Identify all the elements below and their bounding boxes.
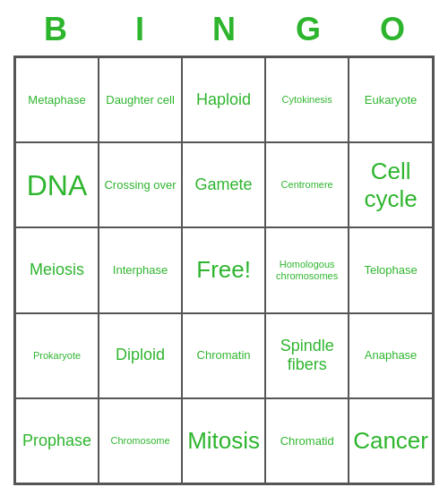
bingo-cell-15: Prokaryote: [15, 313, 99, 398]
bingo-cell-21: Chromosome: [99, 398, 182, 483]
bingo-grid: MetaphaseDaughter cellHaploidCytokinesis…: [13, 56, 435, 485]
bingo-cell-7: Gamete: [182, 142, 265, 227]
bingo-cell-2: Haploid: [182, 57, 265, 142]
bingo-cell-24: Cancer: [349, 398, 433, 483]
header-letter-g: G: [266, 7, 350, 52]
bingo-cell-13: Homologous chromosomes: [265, 227, 349, 312]
header-letter-o: O: [350, 7, 435, 52]
bingo-cell-19: Anaphase: [349, 313, 433, 398]
bingo-cell-9: Cell cycle: [349, 142, 433, 227]
header-letter-n: N: [182, 7, 266, 52]
bingo-cell-14: Telophase: [349, 227, 433, 312]
bingo-cell-0: Metaphase: [15, 57, 99, 142]
bingo-cell-1: Daughter cell: [99, 57, 182, 142]
bingo-header: BINGO: [13, 7, 435, 52]
bingo-cell-3: Cytokinesis: [265, 57, 349, 142]
bingo-cell-16: Diploid: [99, 313, 182, 398]
bingo-cell-20: Prophase: [15, 398, 99, 483]
header-letter-i: I: [98, 7, 182, 52]
bingo-cell-10: Meiosis: [15, 227, 99, 312]
bingo-cell-4: Eukaryote: [349, 57, 433, 142]
bingo-cell-22: Mitosis: [182, 398, 265, 483]
bingo-cell-8: Centromere: [265, 142, 349, 227]
bingo-cell-11: Interphase: [99, 227, 182, 312]
header-letter-b: B: [13, 7, 98, 52]
bingo-cell-6: Crossing over: [99, 142, 182, 227]
bingo-cell-17: Chromatin: [182, 313, 265, 398]
bingo-cell-5: DNA: [15, 142, 99, 227]
bingo-cell-18: Spindle fibers: [265, 313, 349, 398]
bingo-cell-12: Free!: [182, 227, 265, 312]
bingo-cell-23: Chromatid: [265, 398, 349, 483]
